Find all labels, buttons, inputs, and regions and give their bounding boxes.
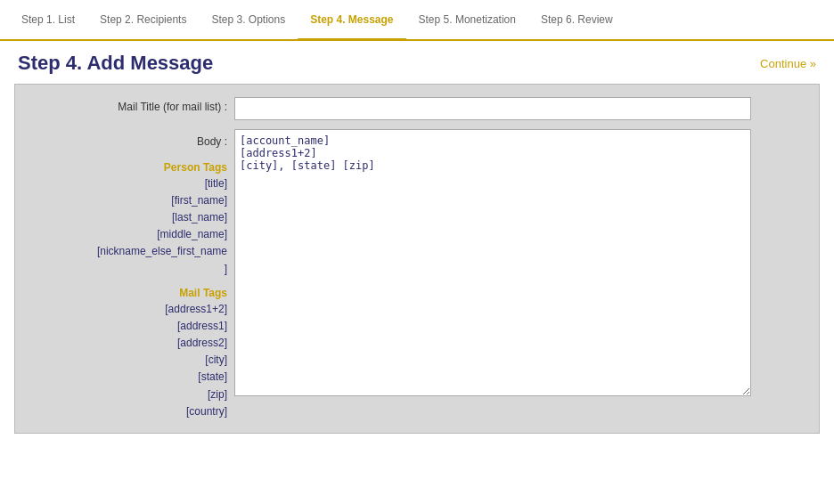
top-nav: Step 1. List Step 2. Recipients Step 3. … — [0, 0, 834, 41]
tag-address1[interactable]: [address1] — [177, 318, 227, 335]
mail-tags-title: Mail Tags — [179, 287, 227, 299]
tag-first-name[interactable]: [first_name] — [171, 192, 227, 209]
continue-link[interactable]: Continue » — [760, 57, 816, 70]
nav-step5[interactable]: Step 5. Monetization — [406, 0, 528, 40]
mail-title-field-wrapper — [234, 97, 751, 120]
mail-title-row: Mail Title (for mail list) : — [29, 97, 805, 120]
tag-state[interactable]: [state] — [198, 369, 227, 386]
nav-step2[interactable]: Step 2. Recipients — [87, 0, 199, 40]
nav-step1[interactable]: Step 1. List — [9, 0, 87, 40]
mail-title-input[interactable] — [234, 97, 751, 120]
page-header: Step 4. Add Message Continue » — [0, 41, 834, 84]
tag-zip[interactable]: [zip] — [208, 386, 227, 403]
tag-city[interactable]: [city] — [205, 352, 227, 369]
tag-title[interactable]: [title] — [205, 175, 227, 192]
body-textarea[interactable]: [account_name] [address1+2] [city], [sta… — [234, 129, 751, 396]
tag-nickname[interactable]: [nickname_else_first_name] — [97, 243, 227, 277]
nav-step6[interactable]: Step 6. Review — [528, 0, 626, 40]
body-textarea-wrapper: [account_name] [address1+2] [city], [sta… — [234, 129, 751, 399]
tag-last-name[interactable]: [last_name] — [172, 209, 227, 226]
main-content: Mail Title (for mail list) : Body : Pers… — [14, 84, 820, 434]
nav-step3[interactable]: Step 3. Options — [199, 0, 298, 40]
tags-sidebar: Body : Person Tags [title] [first_name] … — [29, 129, 234, 420]
mail-title-label: Mail Title (for mail list) : — [29, 97, 234, 113]
tag-address2[interactable]: [address2] — [177, 335, 227, 352]
tag-address1plus2[interactable]: [address1+2] — [165, 301, 227, 318]
body-tags-row: Body : Person Tags [title] [first_name] … — [29, 129, 805, 420]
tag-middle-name[interactable]: [middle_name] — [157, 226, 227, 243]
person-tags-title: Person Tags — [164, 161, 227, 174]
body-label: Body : — [197, 135, 227, 148]
nav-step4[interactable]: Step 4. Message — [298, 0, 405, 41]
page-title: Step 4. Add Message — [18, 52, 213, 75]
tag-country[interactable]: [country] — [186, 403, 227, 420]
